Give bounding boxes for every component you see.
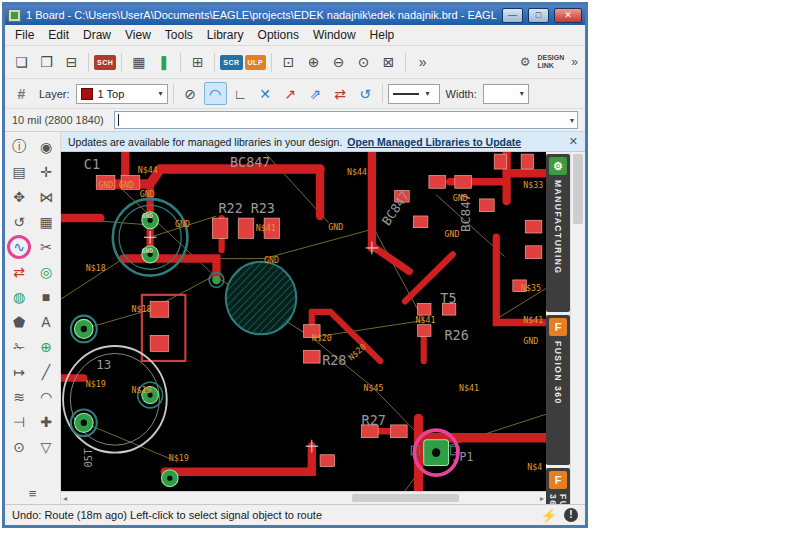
scroll-right-icon[interactable]: ▸ [540,494,544,503]
tab-manufacturing[interactable]: ⚙MANUFACTURING [546,154,570,312]
drill-tool[interactable]: ⊙ [6,434,33,459]
zoom-in-button[interactable]: ⊕ [302,51,325,74]
route-tool[interactable]: ∿ [6,234,33,259]
move-tool[interactable]: ✥ [6,184,33,209]
toolbar-overflow-button[interactable]: » [411,51,434,74]
save-button[interactable]: ❒ [35,51,58,74]
board-label: GND [142,212,153,219]
drc-tool[interactable]: ▽ [33,434,60,459]
miter-tool[interactable]: ⊕ [33,334,60,359]
width-select[interactable]: ▾ [483,84,529,104]
managed-libraries-link[interactable]: Open Managed Libraries to Update [347,136,521,148]
ulp-button[interactable]: ULP [245,55,267,70]
palette-menu-icon[interactable]: ≡ [29,486,37,501]
info-tool[interactable]: ⓘ [6,134,33,159]
follow-me-button[interactable]: ⇗ [304,82,327,105]
optimize-tool[interactable]: ⇄ [6,259,33,284]
board-label: N$35 [521,282,541,292]
command-input-wrap[interactable]: ▾ [114,111,578,129]
abort-route-button[interactable]: ↺ [354,82,377,105]
scr-button[interactable]: SCR [220,55,242,70]
separator [180,53,181,72]
horizontal-scrollbar[interactable]: ◂ ▸ [61,491,546,504]
menu-window[interactable]: Window [306,26,363,44]
signal-tool[interactable]: ⊣ [6,409,33,434]
alert-icon[interactable]: ! [564,508,578,522]
menu-tools[interactable]: Tools [158,26,200,44]
grid-toggle-button[interactable]: # [10,82,33,105]
design-link-overflow-button[interactable]: » [569,55,580,69]
menu-file[interactable]: File [8,26,41,44]
board-label: R28 [322,352,346,368]
rect-tool-icon: ■ [42,289,50,305]
mirror-tool[interactable]: ⋈ [33,184,60,209]
miter-button[interactable]: ✕ [254,82,277,105]
grid-3d-button[interactable]: ⊞ [186,51,209,74]
board-canvas[interactable]: C1BC847R22R23BC847BC847T5R26R28R27JP105T… [61,152,546,491]
menu-options[interactable]: Options [251,26,306,44]
layer-stack-button[interactable]: ❚ [152,51,175,74]
open-board-button[interactable]: ❏ [10,51,33,74]
menu-help[interactable]: Help [363,26,402,44]
tab-fusion-360-2[interactable]: FFUSION 360 [546,468,570,504]
maximize-button[interactable]: □ [528,8,549,23]
menu-draw[interactable]: Draw [76,26,118,44]
layer-select[interactable]: 1 Top ▾ [76,84,168,104]
grid-settings-button[interactable]: ▦ [127,51,150,74]
mark-tool[interactable]: ✛ [33,159,60,184]
polygon-tool[interactable]: ⬟ [6,309,33,334]
route-tool-icon: ∿ [13,239,25,255]
menu-edit[interactable]: Edit [41,26,76,44]
swap-direction-button[interactable]: ⇄ [329,82,352,105]
via-tool[interactable]: ◎ [33,259,60,284]
menu-library[interactable]: Library [200,26,251,44]
rotate-tool[interactable]: ↺ [6,209,33,234]
route-bend-button[interactable]: ◠ [204,82,227,105]
show-tool-icon: ◉ [40,139,52,155]
zoom-fit-button[interactable]: ⊡ [277,51,300,74]
tab-fusion-360[interactable]: FFUSION 360 [546,315,570,465]
circle-tool[interactable]: ◍ [6,284,33,309]
hole-tool[interactable]: ✚ [33,409,60,434]
pinswap-tool[interactable]: ↦ [6,359,33,384]
sync-bolt-icon[interactable]: ⚡ [541,508,557,523]
print-button[interactable]: ⊟ [60,51,83,74]
info-tool-icon: ⓘ [12,138,26,156]
command-input[interactable] [119,114,568,127]
separator [88,53,89,72]
board-label: N$41 [459,383,479,393]
zoom-select-button[interactable]: ⊠ [377,51,400,74]
layer-select-arrow-icon: ▾ [159,89,163,98]
vertical-scrollbar[interactable] [570,152,585,504]
zoom-out-button[interactable]: ⊖ [327,51,350,74]
split-tool[interactable]: ✁ [6,334,33,359]
design-link-button[interactable]: ⚙ DESIGN LINK » [518,54,580,71]
show-tool[interactable]: ◉ [33,134,60,159]
scroll-left-icon[interactable]: ◂ [63,494,67,503]
ripup-tool[interactable]: ✂ [33,234,60,259]
titlebar[interactable]: 1 Board - C:\Users\UserA\Documents\EAGLE… [5,5,585,25]
group-tool[interactable]: ▦ [33,209,60,234]
rect-tool[interactable]: ■ [33,284,60,309]
ratsnest-tool[interactable]: ≋ [6,384,33,409]
close-button[interactable]: ✕ [554,8,582,23]
board-label: N$41 [415,314,435,324]
line-style-select[interactable]: ▾ [388,84,440,104]
zoom-redraw-button[interactable]: ⊙ [352,51,375,74]
notification-close-icon[interactable]: ✕ [569,135,578,148]
wire-tool[interactable]: ╱ [33,359,60,384]
arc-tool[interactable]: ◠ [33,384,60,409]
board-label: N$44 [138,165,158,175]
command-history-arrow-icon[interactable]: ▾ [570,116,574,125]
display-tool[interactable]: ▤ [6,159,33,184]
horizontal-scroll-thumb[interactable] [352,494,459,502]
text-tool[interactable]: A [33,309,60,334]
minimize-button[interactable]: — [502,8,523,23]
bend-90-button[interactable]: ∟ [229,82,252,105]
bend-none-button[interactable]: ⊘ [179,82,202,105]
menu-view[interactable]: View [118,26,158,44]
tab-fusion-360-2-icon: F [549,471,567,489]
schematic-toggle-button[interactable]: SCH [94,55,116,70]
diagonal-route-button[interactable]: ↗ [279,82,302,105]
vertical-scroll-thumb[interactable] [573,154,583,224]
